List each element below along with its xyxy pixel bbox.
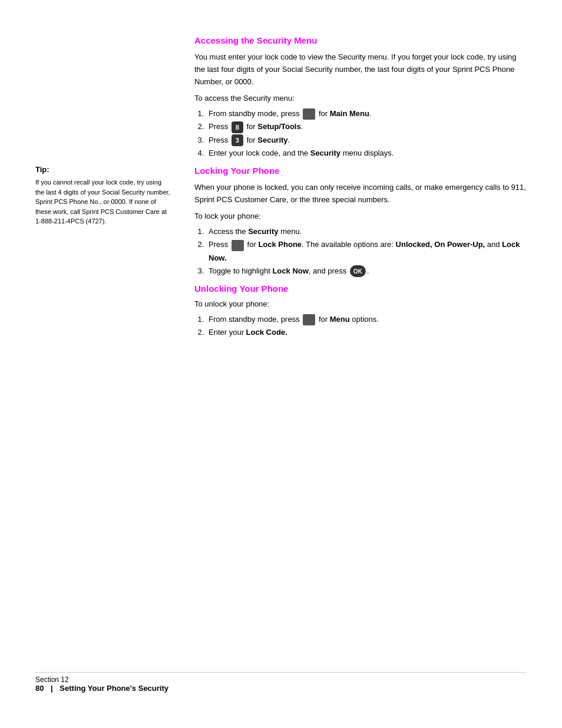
tip-title: Tip: bbox=[35, 165, 171, 174]
lock-now-ref: Lock Now bbox=[272, 266, 308, 275]
step-accessing-3: Press 3 for Security. bbox=[206, 134, 527, 147]
ok-button: OK bbox=[350, 265, 366, 277]
section-accessing-security-menu: Accessing the Security Menu You must ent… bbox=[194, 35, 527, 160]
section-sub-locking: To lock your phone: bbox=[194, 212, 527, 220]
section-sub-unlocking: To unlock your phone: bbox=[194, 299, 527, 308]
step-locking-2: Press for Lock Phone. The available opti… bbox=[206, 238, 527, 264]
steps-unlocking: From standby mode, press for Menu option… bbox=[206, 313, 527, 339]
menu-button-1 bbox=[303, 108, 315, 120]
footer-page-number: 80 | Setting Your Phone's Security bbox=[35, 684, 168, 693]
security-menu-ref: Security bbox=[248, 227, 278, 236]
footer-content: Section 12 80 | Setting Your Phone's Sec… bbox=[35, 675, 527, 693]
footer-title: Setting Your Phone's Security bbox=[59, 684, 168, 693]
section-intro-accessing: You must enter your lock code to view th… bbox=[194, 51, 527, 88]
steps-accessing: From standby mode, press for Main Menu. … bbox=[206, 107, 527, 159]
setup-tools-label: Setup/Tools bbox=[257, 122, 300, 131]
tip-text: If you cannot recall your lock code, try… bbox=[35, 177, 171, 226]
section-heading-locking: Locking Your Phone bbox=[194, 166, 527, 176]
section-locking-your-phone: Locking Your Phone When your phone is lo… bbox=[194, 166, 527, 278]
step-accessing-4: Enter your lock code, and the Security m… bbox=[206, 147, 527, 160]
section-heading-unlocking: Unlocking Your Phone bbox=[194, 284, 527, 294]
lock-phone-label: Lock Phone bbox=[258, 240, 302, 249]
security-label-1: Security bbox=[257, 136, 287, 144]
step-accessing-2: Press 8 for Setup/Tools. bbox=[206, 120, 527, 133]
footer-divider bbox=[35, 672, 527, 673]
step-accessing-1: From standby mode, press for Main Menu. bbox=[206, 107, 527, 120]
main-menu-label: Main Menu bbox=[330, 109, 369, 118]
lock-code-label: Lock Code. bbox=[246, 328, 287, 337]
key-8-button: 8 bbox=[232, 121, 243, 133]
section-heading-accessing: Accessing the Security Menu bbox=[194, 35, 527, 45]
section-unlocking-your-phone: Unlocking Your Phone To unlock your phon… bbox=[194, 284, 527, 339]
step-unlocking-2: Enter your Lock Code. bbox=[206, 326, 527, 339]
menu-options-label: Menu bbox=[330, 315, 350, 324]
footer-separator: | bbox=[51, 684, 53, 693]
left-sidebar: Tip: If you cannot recall your lock code… bbox=[0, 35, 183, 693]
main-content: Accessing the Security Menu You must ent… bbox=[183, 35, 562, 693]
steps-locking: Access the Security menu. Press for Lock… bbox=[206, 225, 527, 277]
page-number: 80 bbox=[35, 684, 44, 693]
security-label-2: Security bbox=[310, 149, 340, 157]
lock-phone-button bbox=[232, 240, 244, 251]
page-container: Tip: If you cannot recall your lock code… bbox=[0, 0, 562, 728]
section-sub-accessing: To access the Security menu: bbox=[194, 94, 527, 103]
step-locking-3: Toggle to highlight Lock Now, and press … bbox=[206, 265, 527, 278]
step-locking-1: Access the Security menu. bbox=[206, 225, 527, 238]
footer: Section 12 80 | Setting Your Phone's Sec… bbox=[35, 670, 527, 693]
unlocked-label: Unlocked, On Power-Up, bbox=[396, 240, 485, 249]
tip-box: Tip: If you cannot recall your lock code… bbox=[35, 165, 171, 226]
step-unlocking-1: From standby mode, press for Menu option… bbox=[206, 313, 527, 326]
key-3-button: 3 bbox=[232, 134, 243, 146]
footer-section: Section 12 bbox=[35, 676, 69, 684]
section-intro-locking: When your phone is locked, you can only … bbox=[194, 182, 527, 206]
menu-button-2 bbox=[303, 314, 315, 325]
